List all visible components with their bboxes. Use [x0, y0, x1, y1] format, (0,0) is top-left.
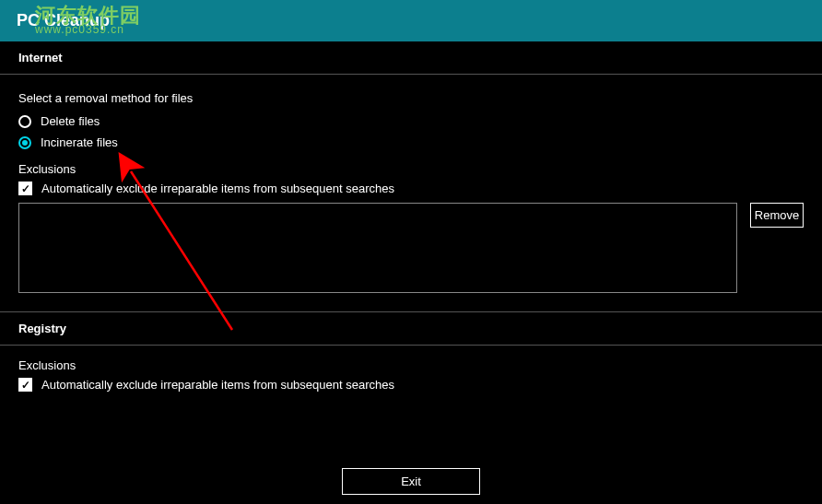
- radio-row-delete[interactable]: Delete files: [18, 114, 804, 128]
- removal-method-label: Select a removal method for files: [18, 91, 804, 105]
- title-bar: PC Cleanup: [0, 0, 822, 41]
- exclusions-area: Remove: [18, 203, 804, 293]
- auto-exclude-label-internet: Automatically exclude irreparable items …: [41, 182, 394, 195]
- exclusions-heading-registry: Exclusions: [18, 358, 804, 372]
- auto-exclude-label-registry: Automatically exclude irreparable items …: [41, 378, 394, 392]
- check-row-auto-exclude-internet[interactable]: ✓ Automatically exclude irreparable item…: [18, 182, 804, 195]
- section-header-registry: Registry: [0, 312, 822, 345]
- radio-row-incinerate[interactable]: Incinerate files: [18, 135, 804, 149]
- section-header-internet: Internet: [0, 41, 822, 74]
- section-body-registry: Exclusions ✓ Automatically exclude irrep…: [0, 346, 822, 392]
- section-body-internet: Select a removal method for files Delete…: [0, 75, 822, 302]
- checkbox-auto-exclude-internet[interactable]: ✓: [18, 182, 32, 195]
- radio-delete-label: Delete files: [41, 114, 100, 128]
- radio-incinerate-label: Incinerate files: [41, 135, 118, 149]
- check-row-auto-exclude-registry[interactable]: ✓ Automatically exclude irreparable item…: [18, 378, 804, 392]
- radio-delete-files[interactable]: [18, 115, 31, 128]
- checkbox-auto-exclude-registry[interactable]: ✓: [18, 378, 32, 392]
- exit-button[interactable]: Exit: [342, 468, 480, 495]
- radio-incinerate-files[interactable]: [18, 136, 31, 149]
- remove-button[interactable]: Remove: [750, 203, 804, 228]
- window-title: PC Cleanup: [17, 11, 110, 30]
- exclusions-heading-internet: Exclusions: [18, 162, 804, 176]
- exclusions-listbox[interactable]: [18, 203, 737, 293]
- footer-bar: Exit: [0, 459, 822, 504]
